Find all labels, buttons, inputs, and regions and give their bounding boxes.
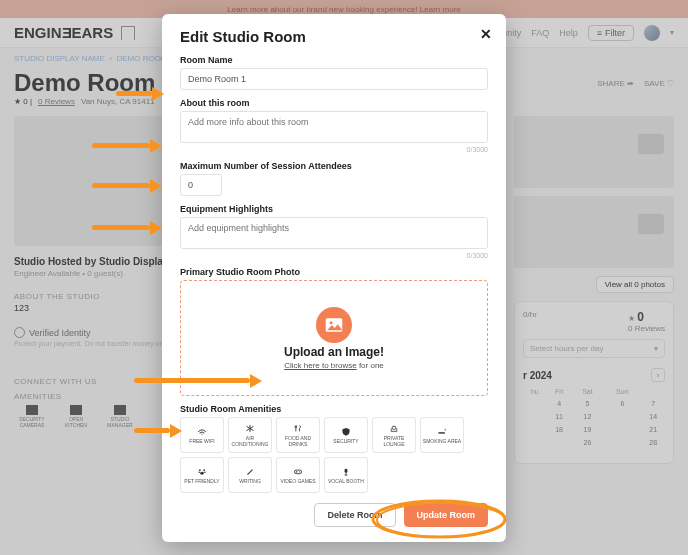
amenity-option[interactable]: FOOD AND DRINKS	[276, 417, 320, 453]
amenity-option[interactable]: SECURITY	[324, 417, 368, 453]
browse-link[interactable]: Click here to browse	[284, 361, 356, 370]
amenities-modal-label: Studio Room Amenities	[180, 404, 488, 414]
upload-dropzone[interactable]: Upload an Image! Click here to browse fo…	[180, 280, 488, 396]
upload-title: Upload an Image!	[284, 345, 384, 359]
svg-point-7	[200, 471, 204, 474]
svg-rect-10	[345, 468, 348, 472]
update-room-button[interactable]: Update Room	[404, 503, 489, 527]
delete-room-button[interactable]: Delete Room	[314, 503, 395, 527]
svg-point-1	[330, 321, 333, 324]
about-char-count: 0/3000	[180, 146, 488, 153]
amenity-option[interactable]: PET FRIENDLY	[180, 457, 224, 493]
max-attendees-label: Maximum Number of Session Attendees	[180, 161, 488, 171]
svg-point-3	[199, 469, 201, 471]
amenity-option[interactable]: AIR CONDITIONING	[228, 417, 272, 453]
upload-subtext: Click here to browse for one	[284, 361, 384, 370]
amenity-option[interactable]: FREE WIFI	[180, 417, 224, 453]
about-room-label: About this room	[180, 98, 488, 108]
svg-point-5	[198, 471, 200, 473]
svg-point-9	[299, 471, 300, 472]
max-attendees-input[interactable]	[180, 174, 222, 196]
modal-title: Edit Studio Room	[180, 28, 488, 45]
amenity-option[interactable]: VIDEO GAMES	[276, 457, 320, 493]
amenity-option[interactable]: VOCAL BOOTH	[324, 457, 368, 493]
equipment-input[interactable]	[180, 217, 488, 249]
amenity-option[interactable]: PRIVATE LOUNGE	[372, 417, 416, 453]
image-upload-icon	[316, 307, 352, 343]
equipment-char-count: 0/3000	[180, 252, 488, 259]
equipment-label: Equipment Highlights	[180, 204, 488, 214]
svg-rect-2	[438, 432, 444, 433]
svg-point-4	[203, 469, 205, 471]
about-room-input[interactable]	[180, 111, 488, 143]
room-name-label: Room Name	[180, 55, 488, 65]
amenity-option[interactable]: SMOKING AREA	[420, 417, 464, 453]
svg-point-6	[204, 471, 206, 473]
primary-photo-label: Primary Studio Room Photo	[180, 267, 488, 277]
close-icon[interactable]: ✕	[480, 26, 492, 42]
room-name-input[interactable]	[180, 68, 488, 90]
svg-rect-8	[294, 470, 301, 474]
edit-studio-room-modal: Edit Studio Room ✕ Room Name About this …	[162, 14, 506, 542]
amenity-option[interactable]: WRITING	[228, 457, 272, 493]
